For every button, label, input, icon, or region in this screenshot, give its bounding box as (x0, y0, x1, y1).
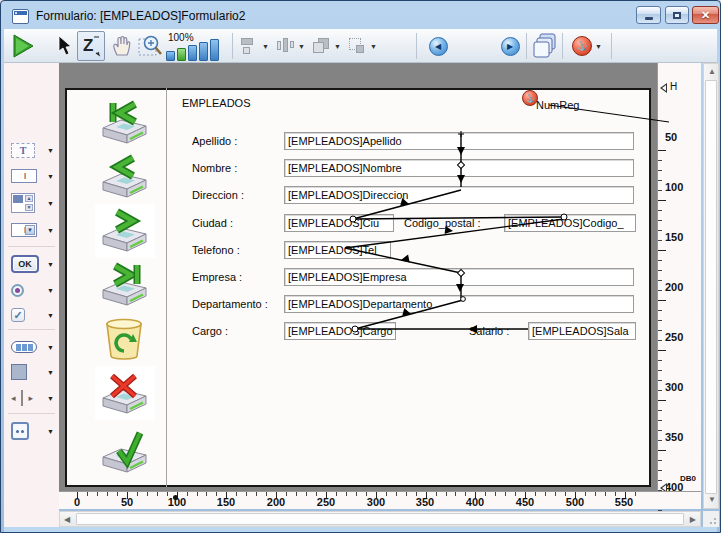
chevron-down-icon[interactable]: ▼ (262, 43, 269, 50)
hruler-tick: 200 (267, 496, 285, 508)
restore-button[interactable] (665, 6, 689, 24)
chevron-down-icon[interactable]: ▼ (47, 428, 54, 435)
next-record-button[interactable] (99, 208, 149, 254)
splitter-icon: ◂▸ (11, 390, 33, 406)
previous-page-button[interactable]: ◀ (426, 31, 450, 61)
pan-tool-button[interactable] (108, 31, 136, 61)
palette-separator (8, 413, 55, 414)
field-empresa[interactable]: [EMPLEADOS]Empresa (284, 268, 634, 286)
field-codigo-postal[interactable]: [EMPLEADOS]Codigo_ (504, 214, 636, 232)
chevron-down-icon[interactable]: ▼ (334, 43, 341, 50)
tool-combo-box[interactable]: I▼ ▼ (4, 218, 59, 242)
horizontal-ruler: 0 50 100 150 200 250 300 350 400 450 500… (59, 491, 701, 509)
align-tool-button[interactable]: ▼ (238, 31, 272, 61)
chevron-down-icon[interactable]: ▼ (47, 287, 54, 294)
vertical-scrollbar[interactable]: ▲ ▼ (703, 63, 719, 509)
field-departamento[interactable]: [EMPLEADOS]Departamento (284, 295, 634, 313)
cascade-windows-button[interactable] (530, 31, 560, 61)
validate-record-button[interactable] (99, 429, 149, 475)
tool-checkbox[interactable]: ✓ ▼ (4, 303, 59, 327)
restore-icon (673, 12, 681, 19)
field-direccion[interactable]: [EMPLEADOS]Direccion (284, 186, 634, 204)
chevron-down-icon[interactable]: ▼ (298, 43, 305, 50)
numreg-control[interactable]: ⚓ NumReg (522, 90, 579, 111)
recycle-button[interactable] (99, 316, 149, 362)
chevron-down-icon[interactable]: ▼ (47, 147, 54, 154)
chevron-down-icon[interactable]: ▼ (47, 344, 54, 351)
chevron-down-icon[interactable]: ▼ (595, 43, 602, 50)
layers-tool-button[interactable]: ▼ (310, 31, 344, 61)
chevron-down-icon[interactable]: ▼ (47, 173, 54, 180)
vruler-tick: 50 (665, 131, 677, 143)
close-button[interactable]: ✕ (692, 6, 719, 24)
zoom-bar-4[interactable] (199, 42, 208, 61)
progress-bar-icon (11, 341, 37, 353)
field-cargo[interactable]: [EMPLEADOS]Cargo (284, 322, 396, 340)
field-apellido[interactable]: [EMPLEADOS]Apellido (284, 132, 634, 150)
vruler-tick: 350 (665, 431, 683, 443)
form-column-divider (166, 88, 167, 487)
chevron-down-icon[interactable]: ▼ (47, 312, 54, 319)
tool-edit-field[interactable]: I ▼ (4, 164, 59, 188)
tool-progress-bar[interactable]: ▼ (4, 335, 59, 359)
first-record-button[interactable] (99, 100, 149, 146)
tool-static-text[interactable]: T ▼ (4, 138, 59, 162)
run-icon (12, 34, 34, 58)
chevron-down-icon[interactable]: ▼ (47, 261, 54, 268)
chevron-down-icon[interactable]: ▼ (47, 369, 54, 376)
tab-order-icon: Z (81, 35, 101, 57)
field-salario[interactable]: [EMPLEADOS]Sala (528, 322, 636, 340)
field-label: Salario : (469, 325, 509, 337)
zoom-bar-5[interactable] (210, 39, 219, 61)
next-page-button[interactable]: ▶ (498, 31, 522, 61)
zoom-level-control[interactable]: 100% (164, 31, 226, 61)
delete-record-button[interactable] (99, 370, 149, 416)
chevron-down-icon[interactable]: ▼ (47, 227, 54, 234)
chevron-down-icon[interactable]: ▼ (47, 395, 54, 402)
hruler-tick: 250 (317, 496, 335, 508)
run-button[interactable] (9, 31, 37, 61)
last-record-icon (99, 262, 149, 308)
hruler-tick: 350 (416, 496, 434, 508)
scroll-up-icon[interactable]: ▲ (708, 68, 716, 76)
tool-shape[interactable]: ▼ (4, 360, 59, 384)
minimize-icon (645, 17, 653, 20)
tool-list-box[interactable]: ▲▼ ▼ (4, 191, 59, 215)
zoom-bar-1[interactable] (166, 51, 175, 61)
minimize-button[interactable] (636, 6, 661, 24)
scroll-down-icon[interactable]: ▼ (708, 496, 716, 504)
field-label: Codigo_postal : (404, 217, 480, 229)
distribute-icon (277, 38, 295, 54)
horizontal-scroll-thumb[interactable] (76, 513, 684, 525)
field-telefono[interactable]: [EMPLEADOS]Tel (284, 241, 391, 259)
anchor-button[interactable]: ⚓ ▼ (566, 31, 608, 61)
scroll-right-icon[interactable]: ▶ (690, 516, 696, 524)
title-bar[interactable]: Formulario: [EMPLEADOS]Formulario2 (3, 3, 718, 29)
field-ciudad[interactable]: [EMPLEADOS]Ciu (284, 214, 394, 232)
previous-record-button[interactable] (99, 154, 149, 200)
tab-order-tool-button[interactable]: Z (77, 31, 105, 61)
select-tool-button[interactable] (52, 31, 76, 61)
tool-button[interactable]: OK ▼ (4, 252, 59, 276)
tool-splitter[interactable]: ◂▸ ▼ (4, 386, 59, 410)
distribute-tool-button[interactable]: ▼ (274, 31, 308, 61)
vertical-scroll-thumb[interactable] (705, 80, 717, 494)
selection-options-button[interactable]: ▼ (346, 31, 380, 61)
horizontal-scrollbar[interactable]: ◀ ▶ (59, 511, 701, 527)
field-nombre[interactable]: [EMPLEADOS]Nombre (284, 159, 634, 177)
toolbar-separator (416, 33, 417, 59)
scroll-left-icon[interactable]: ◀ (64, 516, 70, 524)
last-record-button[interactable] (99, 262, 149, 308)
window-bottom-border (4, 527, 717, 532)
first-record-icon (99, 100, 149, 146)
tool-ole-control[interactable]: ▼ (4, 419, 59, 443)
hruler-tick: 450 (516, 496, 534, 508)
zoom-tool-button[interactable] (136, 31, 166, 61)
zoom-bar-current[interactable] (177, 48, 186, 61)
field-label: Nombre : (192, 162, 237, 174)
resize-grip[interactable] (703, 511, 719, 527)
chevron-down-icon[interactable]: ▼ (370, 43, 377, 50)
tool-radio-button[interactable]: ▼ (4, 278, 59, 302)
chevron-down-icon[interactable]: ▼ (47, 200, 54, 207)
zoom-bar-3[interactable] (188, 45, 197, 61)
